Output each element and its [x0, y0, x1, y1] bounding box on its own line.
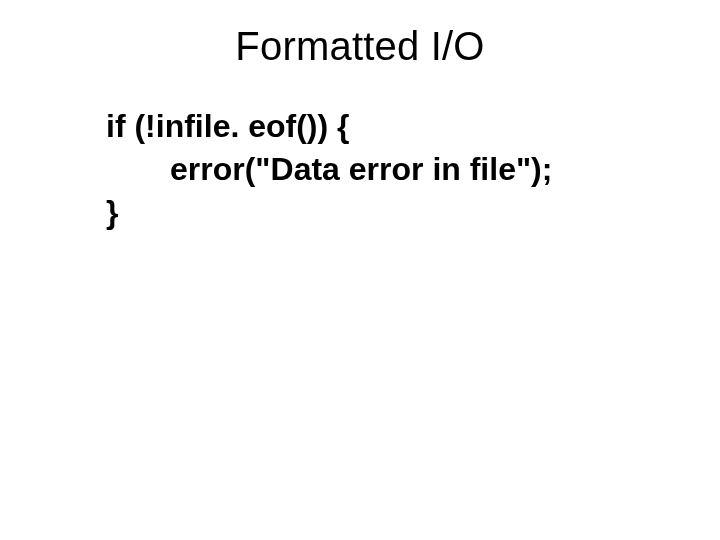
slide-body: if (!infile. eof()) { error("Data error …	[0, 105, 720, 235]
code-line-3: }	[106, 191, 680, 234]
slide-title: Formatted I/O	[0, 24, 720, 69]
code-line-1: if (!infile. eof()) {	[106, 105, 680, 148]
slide-container: Formatted I/O if (!infile. eof()) { erro…	[0, 0, 720, 540]
code-line-2: error("Data error in file");	[106, 148, 680, 191]
